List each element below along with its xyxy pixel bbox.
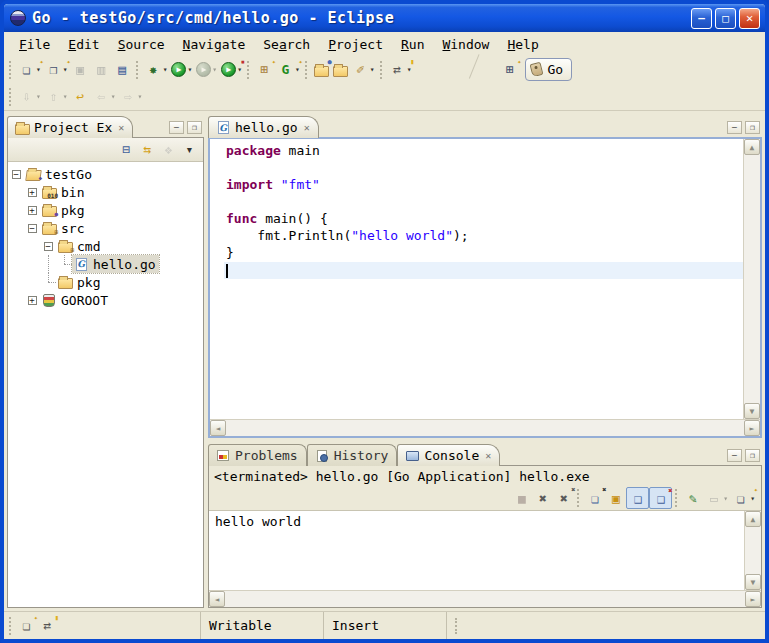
- new-go-package-button[interactable]: ⊞✦: [254, 59, 275, 81]
- code-line[interactable]: [224, 194, 743, 211]
- previous-annotation-button-dropdown-icon[interactable]: ▾: [63, 92, 68, 101]
- menu-window[interactable]: Window: [433, 35, 498, 54]
- open-perspective-button[interactable]: ⊞✦: [499, 59, 520, 81]
- tree-item-bin[interactable]: +010bin: [8, 183, 203, 201]
- open-console-button-dropdown-icon[interactable]: ▾: [750, 494, 755, 503]
- collapse-all-button[interactable]: ⊟: [116, 139, 137, 161]
- external-tools-button-dropdown-icon[interactable]: ▾: [237, 65, 242, 74]
- expander-icon[interactable]: −: [28, 224, 37, 233]
- console-vertical-scrollbar[interactable]: ▲ ▼: [744, 511, 761, 590]
- display-console-button-dropdown-icon[interactable]: ▾: [723, 494, 728, 503]
- menu-run[interactable]: Run: [392, 35, 433, 54]
- open-folder-button[interactable]: [331, 59, 350, 81]
- tree-expander[interactable]: +: [24, 291, 40, 309]
- tree-node-src[interactable]: ⊞src: [40, 219, 87, 237]
- sync-button[interactable]: ⇄▮▾: [387, 59, 414, 81]
- tree-node-testgo[interactable]: ◆testGo: [24, 165, 95, 183]
- fast-view-button[interactable]: ❏✦: [16, 615, 37, 637]
- menu-source[interactable]: Source: [109, 35, 174, 54]
- scroll-down-icon[interactable]: ▼: [745, 574, 761, 590]
- scroll-right-icon[interactable]: ►: [745, 591, 761, 607]
- run-last-button-dropdown-icon[interactable]: ▾: [212, 65, 217, 74]
- tree-node-goroot[interactable]: GOROOT: [40, 291, 111, 309]
- scroll-up-icon[interactable]: ▲: [745, 511, 761, 527]
- menu-file[interactable]: File: [10, 35, 59, 54]
- menu-navigate[interactable]: Navigate: [174, 35, 255, 54]
- expander-icon[interactable]: +: [28, 188, 37, 197]
- code-line[interactable]: [224, 160, 743, 177]
- new-wizard-button[interactable]: ❐✦▾: [43, 59, 70, 81]
- console-output[interactable]: hello world: [209, 511, 744, 590]
- show-stdout-button[interactable]: ❑: [626, 487, 649, 509]
- editor-vertical-scrollbar[interactable]: ▲ ▼: [743, 139, 760, 419]
- minimize-editor-button[interactable]: ─: [727, 121, 742, 134]
- tree-item-src[interactable]: −⊞src: [8, 219, 203, 237]
- tree-node-bin[interactable]: 010bin: [40, 183, 87, 201]
- scroll-lock-button[interactable]: ▣: [605, 487, 626, 509]
- tree-item-hello-go[interactable]: Ghello.go: [8, 255, 203, 273]
- remove-all-terminated-button[interactable]: ✖✖: [553, 487, 574, 509]
- close-button[interactable]: ✕: [739, 8, 760, 29]
- sync-button-dropdown-icon[interactable]: ▾: [407, 65, 412, 74]
- code-line[interactable]: package main: [224, 143, 743, 160]
- go-perspective-button[interactable]: Go: [525, 58, 572, 81]
- clear-console-button[interactable]: ❏✖: [584, 487, 605, 509]
- scroll-left-icon[interactable]: ◄: [210, 420, 226, 436]
- search-button[interactable]: ✐▾: [350, 59, 377, 81]
- code-line[interactable]: import "fmt": [224, 177, 743, 194]
- minimize-console-button[interactable]: ─: [727, 449, 742, 462]
- tab-project-explorer[interactable]: Project Ex ✕: [7, 116, 133, 138]
- tree-expander[interactable]: −: [40, 237, 56, 255]
- tab-problems[interactable]: Problems: [208, 444, 307, 466]
- close-editor-icon[interactable]: ✕: [304, 122, 310, 133]
- scroll-right-icon[interactable]: ►: [744, 420, 760, 436]
- tree-expander[interactable]: +: [24, 183, 40, 201]
- next-annotation-button-dropdown-icon[interactable]: ▾: [36, 92, 41, 101]
- debug-button-dropdown-icon[interactable]: ▾: [163, 65, 168, 74]
- open-console-button[interactable]: ❏✦▾: [730, 487, 757, 509]
- close-view-icon[interactable]: ✕: [118, 122, 124, 133]
- tree-node-pkg[interactable]: ●pkg: [40, 201, 87, 219]
- external-tools-button[interactable]: ▶▪▾: [219, 59, 244, 81]
- link-with-editor-button[interactable]: ⇆: [137, 139, 158, 161]
- tree-item-testgo[interactable]: −◆testGo: [8, 165, 203, 183]
- new-go-element-button[interactable]: G✦▾: [275, 59, 302, 81]
- tree-node-cmd[interactable]: ⊞cmd: [56, 237, 103, 255]
- tree-node-hello-go[interactable]: Ghello.go: [72, 255, 159, 273]
- menu-help[interactable]: Help: [498, 35, 547, 54]
- tree-item-pkg[interactable]: +●pkg: [8, 201, 203, 219]
- new-button[interactable]: ❏✦▾: [16, 59, 43, 81]
- expander-icon[interactable]: +: [28, 206, 37, 215]
- code-line[interactable]: fmt.Println("hello world");: [224, 228, 743, 245]
- scroll-up-icon[interactable]: ▲: [744, 139, 760, 155]
- new-button-dropdown-icon[interactable]: ▾: [36, 65, 41, 74]
- editor-horizontal-scrollbar[interactable]: ◄ ►: [210, 419, 760, 436]
- maximize-view-button[interactable]: ❐: [187, 121, 202, 134]
- scroll-left-icon[interactable]: ◄: [209, 591, 225, 607]
- tree-expander[interactable]: +: [24, 201, 40, 219]
- import-folder-button[interactable]: ●: [312, 59, 331, 81]
- tree-item-cmd[interactable]: −⊞cmd: [8, 237, 203, 255]
- tab-history[interactable]: History: [307, 444, 398, 466]
- show-stderr-button[interactable]: ❑✖: [649, 487, 672, 509]
- tab-hello-go[interactable]: G hello.go ✕: [208, 116, 319, 138]
- run-button[interactable]: ▶▾: [169, 59, 194, 81]
- search-button-dropdown-icon[interactable]: ▾: [370, 65, 375, 74]
- tree-expander[interactable]: −: [8, 165, 24, 183]
- expander-icon[interactable]: +: [28, 296, 37, 305]
- tree-item-pkg[interactable]: pkg: [8, 273, 203, 291]
- menu-project[interactable]: Project: [319, 35, 392, 54]
- debug-button[interactable]: ✸▾: [143, 59, 170, 81]
- code-line[interactable]: func main() {: [224, 211, 743, 228]
- last-edit-location-button[interactable]: ↩: [70, 86, 91, 108]
- menu-edit[interactable]: Edit: [59, 35, 108, 54]
- minimize-button[interactable]: —: [691, 8, 712, 29]
- new-wizard-button-dropdown-icon[interactable]: ▾: [63, 65, 68, 74]
- back-button-dropdown-icon[interactable]: ▾: [111, 92, 116, 101]
- scroll-down-icon[interactable]: ▼: [744, 403, 760, 419]
- print-button[interactable]: ▤: [112, 59, 133, 81]
- code-line[interactable]: }: [224, 245, 743, 262]
- tab-console[interactable]: Console✕: [397, 444, 500, 466]
- tree-node-pkg[interactable]: pkg: [56, 273, 103, 291]
- maximize-editor-button[interactable]: ❐: [745, 121, 760, 134]
